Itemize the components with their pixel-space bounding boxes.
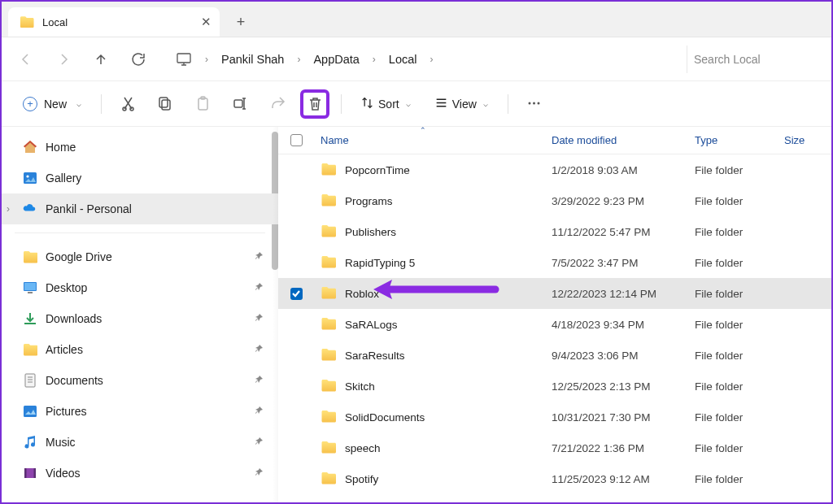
file-name: speech <box>345 442 381 454</box>
crumb-2[interactable]: Local <box>387 50 419 69</box>
breadcrumb[interactable]: › Pankil Shah › AppData › Local › <box>166 50 669 69</box>
sidebar-item[interactable]: Gallery <box>2 163 278 193</box>
folder-icon <box>321 409 337 426</box>
sort-icon <box>361 97 373 111</box>
chevron-down-icon: ⌵ <box>76 99 81 108</box>
column-name[interactable]: Name <box>314 134 545 146</box>
file-name: SaRALogs <box>345 319 398 331</box>
sidebar-item-label: Google Drive <box>46 250 112 263</box>
sidebar-item[interactable]: Videos <box>2 458 278 489</box>
table-row[interactable]: Spotify11/25/2023 9:12 AMFile folder <box>278 463 831 494</box>
pin-icon <box>254 406 264 418</box>
file-name: SolidDocuments <box>345 411 425 424</box>
sidebar-item[interactable]: Articles <box>2 334 278 365</box>
table-row[interactable]: Roblox12/22/2023 12:14 PMFile folder <box>278 278 831 309</box>
file-list: ⌃ Name Date modified Type Size PopcornTi… <box>278 127 831 502</box>
folder-icon <box>20 15 34 29</box>
new-button[interactable]: + New ⌵ <box>15 92 89 116</box>
onedrive-icon <box>23 202 37 216</box>
search-input[interactable]: Search Local <box>687 46 817 73</box>
back-button[interactable] <box>16 50 36 69</box>
file-type: File folder <box>688 195 778 207</box>
videos-icon <box>23 466 37 480</box>
crumb-0[interactable]: Pankil Shah <box>220 50 286 69</box>
view-button[interactable]: View ⌵ <box>427 92 496 116</box>
file-name: PopcornTime <box>345 164 410 176</box>
table-row[interactable]: PopcornTime1/2/2018 9:03 AMFile folder <box>278 154 831 185</box>
home-icon <box>23 140 37 154</box>
column-size[interactable]: Size <box>778 134 826 146</box>
sidebar-item[interactable]: ›Pankil - Personal <box>2 193 278 224</box>
column-type[interactable]: Type <box>688 134 778 146</box>
table-row[interactable]: RapidTyping 57/5/2022 3:47 PMFile folder <box>278 247 831 278</box>
sidebar-item[interactable]: Google Drive <box>2 241 278 272</box>
folder-icon <box>321 285 337 302</box>
tab-title: Local <box>42 16 68 28</box>
toolbar: + New ⌵ Sort ⌵ View ⌵ <box>2 81 831 127</box>
sidebar-item[interactable]: Desktop <box>2 272 278 303</box>
file-date: 12/22/2023 12:14 PM <box>545 288 688 300</box>
file-date: 10/31/2021 7:30 PM <box>545 411 688 424</box>
file-date: 7/21/2022 1:36 PM <box>545 442 688 454</box>
share-button[interactable] <box>263 89 292 119</box>
table-row[interactable]: Publishers11/12/2022 5:47 PMFile folder <box>278 216 831 247</box>
file-date: 3/29/2022 9:23 PM <box>545 195 688 207</box>
refresh-button[interactable] <box>129 50 148 69</box>
new-label: New <box>44 98 67 111</box>
sidebar-item[interactable]: Home <box>2 132 278 163</box>
table-row[interactable]: Programs3/29/2022 9:23 PMFile folder <box>278 185 831 216</box>
sort-indicator-icon: ⌃ <box>420 127 426 134</box>
file-name: Skitch <box>345 380 375 393</box>
scrollbar-thumb[interactable] <box>272 132 278 270</box>
chevron-right-icon: › <box>373 54 376 65</box>
file-type: File folder <box>688 411 778 424</box>
gallery-icon <box>23 171 37 185</box>
documents-icon <box>23 373 37 388</box>
crumb-1[interactable]: AppData <box>312 50 360 69</box>
forward-button[interactable] <box>54 50 73 69</box>
pin-icon <box>254 437 264 449</box>
row-checkbox[interactable] <box>290 288 303 300</box>
file-type: File folder <box>688 226 778 238</box>
delete-button[interactable] <box>300 89 329 119</box>
sidebar-item[interactable]: Music <box>2 427 278 458</box>
sidebar-item-label: Downloads <box>46 312 102 325</box>
chevron-right-icon: › <box>205 54 208 65</box>
music-icon <box>23 435 37 450</box>
file-date: 12/25/2023 2:13 PM <box>545 380 688 393</box>
view-label: View <box>452 98 477 111</box>
tab-local[interactable]: Local ✕ <box>8 7 220 37</box>
up-button[interactable] <box>91 50 111 69</box>
sidebar-item[interactable]: Downloads <box>2 303 278 334</box>
table-row[interactable]: speech7/21/2022 1:36 PMFile folder <box>278 432 831 463</box>
downloads-icon <box>23 311 37 326</box>
sort-button[interactable]: Sort ⌵ <box>353 92 419 116</box>
copy-button[interactable] <box>150 89 180 119</box>
pin-icon <box>254 251 264 263</box>
paste-button[interactable] <box>188 89 217 119</box>
file-type: File folder <box>688 350 778 362</box>
this-pc-icon[interactable] <box>174 50 194 69</box>
cut-button[interactable] <box>113 89 142 119</box>
folder-icon <box>321 316 337 333</box>
nav-row: › Pankil Shah › AppData › Local › Search… <box>2 37 831 81</box>
table-row[interactable]: SaraResults9/4/2023 3:06 PMFile folder <box>278 340 831 371</box>
sidebar-item-label: Music <box>46 436 76 449</box>
table-row[interactable]: Skitch12/25/2023 2:13 PMFile folder <box>278 371 831 402</box>
table-row[interactable]: SolidDocuments10/31/2021 7:30 PMFile fol… <box>278 402 831 432</box>
new-tab-button[interactable]: + <box>226 7 255 37</box>
more-button[interactable] <box>520 89 549 119</box>
close-tab-icon[interactable]: ✕ <box>201 15 212 29</box>
divider <box>101 94 102 114</box>
sidebar-item[interactable]: Pictures <box>2 396 278 427</box>
pin-icon <box>254 467 264 480</box>
select-all-checkbox[interactable] <box>290 134 303 146</box>
sidebar-item-label: Pankil - Personal <box>46 202 132 215</box>
file-date: 9/4/2023 3:06 PM <box>545 350 688 362</box>
file-date: 11/12/2022 5:47 PM <box>545 226 688 238</box>
pin-icon <box>254 282 264 294</box>
sidebar-item[interactable]: Documents <box>2 365 278 396</box>
table-row[interactable]: SaRALogs4/18/2023 9:34 PMFile folder <box>278 309 831 340</box>
column-date[interactable]: Date modified <box>545 134 688 146</box>
rename-button[interactable] <box>225 89 255 119</box>
